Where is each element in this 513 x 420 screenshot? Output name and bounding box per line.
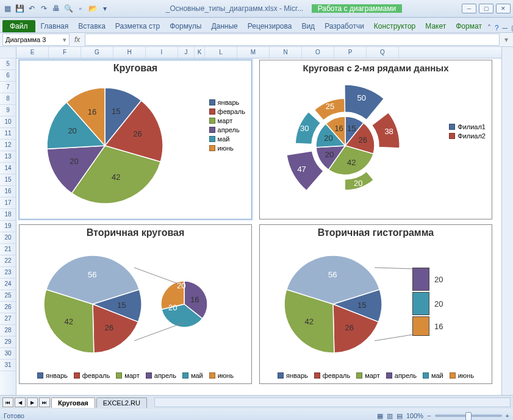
col-header[interactable]: F: [49, 47, 81, 58]
row-header[interactable]: 31: [0, 360, 16, 371]
row-header[interactable]: 7: [0, 82, 16, 93]
tab-layout[interactable]: Разметка стр: [111, 20, 164, 32]
status-ready: Готово: [4, 412, 24, 419]
row-header[interactable]: 23: [0, 267, 16, 279]
view-layout-icon[interactable]: ▥: [387, 412, 393, 420]
name-box[interactable]: Диаграмма 3▾: [2, 34, 70, 46]
data-label: 42: [305, 317, 314, 326]
col-header[interactable]: O: [302, 47, 334, 58]
data-label: 26: [359, 135, 367, 144]
tab-developer[interactable]: Разработчи: [320, 20, 368, 32]
row-header[interactable]: 5: [0, 59, 16, 70]
col-header[interactable]: K: [195, 47, 205, 58]
col-header[interactable]: M: [237, 47, 270, 58]
row-header[interactable]: 29: [0, 336, 16, 348]
tab-home[interactable]: Главная: [37, 20, 73, 32]
zoom-level[interactable]: 100%: [406, 412, 423, 419]
help-icon[interactable]: ?: [495, 24, 499, 32]
row-header[interactable]: 17: [0, 198, 16, 209]
tab-formulas[interactable]: Формулы: [165, 20, 206, 32]
sheet-nav-next[interactable]: ▶: [27, 397, 38, 407]
row-header[interactable]: 22: [0, 255, 16, 267]
close-button[interactable]: ✕: [496, 4, 511, 13]
row-header[interactable]: 26: [0, 302, 16, 313]
window-title: _Основные_типы_диаграмм.xlsx - Micr... Р…: [112, 4, 459, 13]
row-header[interactable]: 28: [0, 325, 16, 336]
chart-legend: Филиал1Филиал2: [449, 121, 486, 141]
doc-min-icon[interactable]: ─: [503, 24, 508, 32]
cells-area[interactable]: Круговая январьфевральмартапрельмайиюнь …: [16, 59, 501, 395]
maximize-button[interactable]: ▢: [479, 4, 493, 13]
sheet-nav-prev[interactable]: ◀: [15, 397, 26, 407]
row-header[interactable]: 24: [0, 279, 16, 290]
tab-chart-layout[interactable]: Макет: [421, 20, 450, 32]
col-header[interactable]: H: [113, 47, 146, 58]
vertical-scrollbar[interactable]: [501, 47, 513, 395]
new-icon[interactable]: ▫: [76, 4, 85, 13]
row-header[interactable]: 10: [0, 116, 16, 128]
col-header[interactable]: I: [146, 47, 178, 58]
tab-data[interactable]: Данные: [207, 20, 242, 32]
undo-icon[interactable]: ↶: [27, 4, 37, 13]
zoom-slider[interactable]: [435, 415, 502, 417]
row-header[interactable]: 21: [0, 244, 16, 255]
redo-icon[interactable]: ↷: [39, 4, 49, 13]
minimize-button[interactable]: ─: [462, 4, 476, 13]
legend-item: февраль: [314, 372, 350, 379]
row-header[interactable]: 19: [0, 221, 16, 232]
tab-format[interactable]: Формат: [451, 20, 486, 32]
col-header[interactable]: N: [270, 47, 302, 58]
col-header[interactable]: J: [178, 47, 195, 58]
legend-item: январь: [37, 372, 68, 379]
row-header[interactable]: 16: [0, 186, 16, 198]
col-header[interactable]: Q: [367, 47, 399, 58]
legend-item: апрель: [209, 126, 245, 133]
tab-view[interactable]: Вид: [297, 20, 319, 32]
chart-bar-of-pie[interactable]: Вторичная гистограмма 20 20 16 56152642 …: [259, 224, 492, 384]
tab-file[interactable]: Файл: [2, 20, 35, 32]
chart-legend: январьфевральмартапрельмайиюнь: [20, 372, 251, 380]
row-header[interactable]: 15: [0, 174, 16, 186]
horizontal-scrollbar[interactable]: [154, 397, 511, 407]
row-header[interactable]: 12: [0, 140, 16, 151]
row-header[interactable]: 8: [0, 93, 16, 105]
chart-pie-of-pie[interactable]: Вторичная круговая 56152642201620 январь…: [19, 224, 252, 384]
tab-design[interactable]: Конструктор: [370, 20, 420, 32]
zoom-in-icon[interactable]: +: [506, 412, 509, 419]
col-header[interactable]: G: [81, 47, 113, 58]
formula-input[interactable]: [85, 34, 500, 46]
print-icon[interactable]: 🖶: [51, 4, 61, 13]
tab-review[interactable]: Рецензирова: [243, 20, 296, 32]
save-icon[interactable]: 💾: [15, 4, 24, 13]
view-normal-icon[interactable]: ▦: [377, 412, 383, 420]
open-icon[interactable]: 📂: [88, 4, 98, 13]
row-header[interactable]: 14: [0, 163, 16, 174]
row-header[interactable]: 25: [0, 290, 16, 302]
row-header[interactable]: 27: [0, 313, 16, 325]
row-header[interactable]: 9: [0, 105, 16, 116]
sheet-tab[interactable]: EXCEL2.RU: [96, 397, 147, 408]
row-header[interactable]: 20: [0, 232, 16, 244]
qat-more-icon[interactable]: ▾: [100, 4, 110, 13]
sheet-tab-active[interactable]: Круговая: [51, 397, 95, 408]
row-header[interactable]: 13: [0, 151, 16, 163]
col-header[interactable]: P: [334, 47, 367, 58]
view-break-icon[interactable]: ▤: [396, 412, 403, 420]
row-header[interactable]: 30: [0, 348, 16, 360]
preview-icon[interactable]: 🔍: [63, 4, 73, 13]
col-header[interactable]: L: [205, 47, 237, 58]
bar-apr: [412, 268, 429, 291]
col-header[interactable]: E: [16, 47, 49, 58]
sheet-nav-last[interactable]: ⏭: [39, 397, 50, 407]
chart-pie-simple[interactable]: Круговая январьфевральмартапрельмайиюнь …: [19, 60, 252, 219]
fx-icon[interactable]: fx: [72, 35, 82, 44]
expand-formula-icon[interactable]: ▾: [502, 35, 511, 44]
zoom-out-icon[interactable]: −: [427, 412, 431, 419]
tab-insert[interactable]: Вставка: [74, 20, 110, 32]
chart-pie-two-series[interactable]: Круговая с 2-мя рядами данных Филиал1Фил…: [259, 60, 492, 219]
sheet-nav-first[interactable]: ⏮: [2, 397, 13, 407]
row-header[interactable]: 6: [0, 70, 16, 82]
row-header[interactable]: 11: [0, 128, 16, 140]
row-header[interactable]: 18: [0, 209, 16, 221]
minimize-ribbon-icon[interactable]: ˄: [487, 24, 491, 32]
